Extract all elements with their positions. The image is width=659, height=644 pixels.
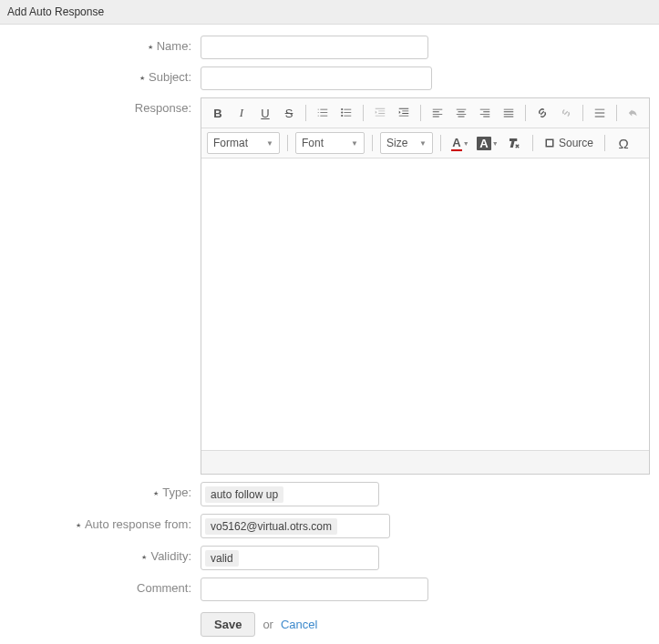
separator [525,105,526,121]
editor-content-area[interactable] [201,158,649,450]
format-dropdown[interactable]: Format ▼ [207,132,280,154]
size-dropdown[interactable]: Size ▼ [380,132,433,154]
editor-statusbar [201,450,649,474]
row-response: Response: B I U S [0,97,659,475]
type-select[interactable]: auto follow up [201,482,379,506]
chevron-down-icon: ▼ [419,139,427,148]
font-dropdown[interactable]: Font ▼ [295,132,365,154]
indent-icon[interactable] [393,102,415,124]
undo-icon[interactable] [623,102,644,124]
label-empty [0,608,201,612]
font-label: Font [302,137,324,149]
underline-icon[interactable]: U [254,102,276,124]
source-label: Source [559,137,593,149]
label-name: Name: [0,36,201,53]
from-value: vo5162@virtual.otrs.com [205,518,337,535]
outdent-icon[interactable] [369,102,391,124]
separator [287,135,288,151]
link-icon[interactable] [531,102,553,124]
align-left-icon[interactable] [427,102,448,124]
strikethrough-icon[interactable]: S [278,102,300,124]
svg-point-0 [341,108,343,110]
separator [305,105,306,121]
label-response: Response: [0,97,201,115]
chevron-down-icon: ▼ [351,139,358,148]
subject-input[interactable] [201,66,432,90]
align-center-icon[interactable] [450,102,472,124]
source-button[interactable]: Source [541,135,597,151]
ordered-list-icon[interactable] [312,102,334,124]
label-comment: Comment: [0,578,201,595]
or-text: or [263,618,273,631]
row-validity: Validity: valid [0,546,659,570]
separator [582,105,583,121]
separator [420,105,421,121]
cancel-link[interactable]: Cancel [281,618,317,631]
separator [440,135,441,151]
row-from: Auto response from: vo5162@virtual.otrs.… [0,514,659,538]
label-from: Auto response from: [0,514,201,531]
bg-color-button[interactable]: A ▼ [476,132,499,154]
separator [616,105,617,121]
chevron-down-icon: ▼ [266,139,273,148]
italic-icon[interactable]: I [231,102,252,124]
validity-value: valid [205,550,239,567]
special-char-icon[interactable]: Ω [613,132,634,154]
editor-toolbar-2: Format ▼ Font ▼ Size ▼ A [201,128,649,158]
row-name: Name: [0,36,659,59]
row-actions: Save or Cancel [0,608,659,637]
format-label: Format [213,137,248,149]
save-button[interactable]: Save [201,612,255,637]
editor-toolbar-1: B I U S [201,98,649,128]
size-label: Size [386,137,407,149]
bold-icon[interactable]: B [207,102,229,124]
unordered-list-icon[interactable] [335,102,357,124]
row-type: Type: auto follow up [0,482,659,506]
page-header: Add Auto Response [0,0,659,25]
form: Name: Subject: Response: B I U S [0,25,659,637]
separator [532,135,533,151]
name-input[interactable] [201,36,428,59]
separator [372,135,373,151]
validity-select[interactable]: valid [201,546,379,570]
svg-point-1 [341,112,343,114]
chevron-down-icon: ▼ [492,140,499,147]
type-value: auto follow up [205,486,283,503]
remove-format-icon[interactable] [503,132,525,154]
align-right-icon[interactable] [474,102,496,124]
row-subject: Subject: [0,66,659,90]
comment-input[interactable] [201,578,428,601]
row-comment: Comment: [0,578,659,601]
chevron-down-icon: ▼ [463,140,469,147]
label-validity: Validity: [0,546,201,563]
separator [604,135,605,151]
text-color-button[interactable]: A ▼ [448,132,472,154]
from-select[interactable]: vo5162@virtual.otrs.com [201,514,390,538]
separator [363,105,364,121]
label-subject: Subject: [0,66,201,84]
horizontal-rule-icon[interactable] [589,102,611,124]
svg-point-2 [341,115,343,117]
page-title: Add Auto Response [7,5,104,18]
align-justify-icon[interactable] [498,102,520,124]
label-type: Type: [0,482,201,499]
unlink-icon[interactable] [555,102,577,124]
richtext-editor: B I U S [201,97,650,475]
